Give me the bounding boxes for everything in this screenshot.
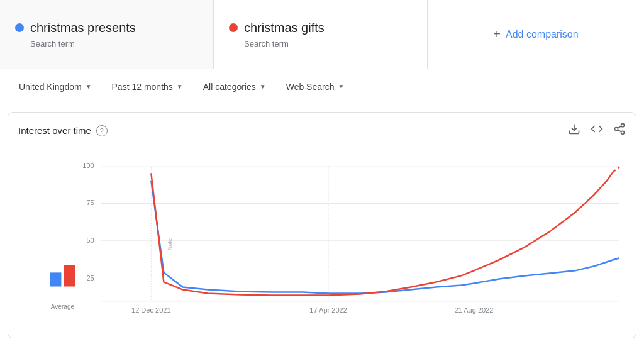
y-label-50: 50	[86, 236, 94, 244]
chart-actions	[568, 123, 626, 138]
red-line-dotted	[613, 167, 619, 172]
help-icon[interactable]: ?	[96, 125, 108, 136]
embed-icon[interactable]	[591, 123, 603, 138]
add-comparison-label: Add comparison	[506, 29, 579, 40]
download-icon[interactable]	[568, 123, 580, 138]
period-filter-label: Past 12 months	[112, 82, 173, 92]
period-filter[interactable]: Past 12 months ▼	[103, 77, 192, 97]
svg-line-5	[618, 126, 621, 128]
region-filter[interactable]: United Kingdom ▼	[10, 77, 101, 97]
x-label-aug2022: 21 Aug 2022	[454, 306, 493, 314]
chart-title: Interest over time	[18, 125, 91, 136]
term2-type: Search term	[244, 39, 412, 48]
y-label-75: 75	[86, 199, 94, 206]
chart-section: Interest over time ?	[8, 112, 636, 338]
y-label-100: 100	[82, 162, 94, 169]
note-label: Note	[167, 238, 173, 250]
add-comparison-button[interactable]: + Add comparison	[428, 0, 644, 69]
term2-name: christmas gifts	[244, 21, 325, 35]
x-label-apr2022: 17 Apr 2022	[309, 306, 347, 314]
avg-label: Average	[51, 303, 75, 310]
filters-bar: United Kingdom ▼ Past 12 months ▼ All ca…	[0, 69, 644, 104]
term1-color-dot	[15, 23, 24, 32]
term2-color-dot	[229, 23, 238, 32]
category-filter[interactable]: All categories ▼	[194, 77, 275, 97]
category-chevron-icon: ▼	[260, 83, 266, 90]
term1-type: Search term	[30, 39, 198, 48]
avg-bar-red	[64, 265, 75, 286]
search-term-header-2: christmas gifts	[229, 21, 412, 35]
period-chevron-icon: ▼	[177, 83, 183, 90]
svg-point-3	[621, 131, 625, 134]
category-filter-label: All categories	[203, 82, 256, 92]
search-terms-bar: christmas presents Search term christmas…	[0, 0, 644, 69]
search-term-header-1: christmas presents	[15, 21, 198, 35]
chart-header: Interest over time ?	[18, 123, 626, 138]
chart-container: 100 75 50 25 Note 12 De	[18, 143, 626, 326]
search-type-filter-label: Web Search	[286, 82, 335, 92]
search-type-chevron-icon: ▼	[338, 83, 344, 90]
plus-icon: +	[493, 27, 501, 42]
x-label-dec2021: 12 Dec 2021	[131, 306, 171, 314]
search-type-filter[interactable]: Web Search ▼	[277, 77, 353, 97]
term1-name: christmas presents	[30, 21, 136, 35]
svg-point-2	[615, 128, 618, 131]
svg-point-1	[621, 124, 625, 127]
avg-bar-blue	[50, 272, 61, 286]
search-term-item-1[interactable]: christmas presents Search term	[0, 0, 214, 69]
blue-line	[151, 181, 619, 293]
chart-title-area: Interest over time ?	[18, 125, 108, 136]
svg-line-4	[618, 130, 621, 131]
region-filter-label: United Kingdom	[19, 82, 82, 92]
chart-svg: 100 75 50 25 Note 12 De	[18, 143, 626, 326]
y-label-25: 25	[86, 274, 94, 282]
region-chevron-icon: ▼	[86, 83, 92, 90]
share-icon[interactable]	[613, 123, 626, 138]
search-term-item-2[interactable]: christmas gifts Search term	[214, 0, 428, 69]
